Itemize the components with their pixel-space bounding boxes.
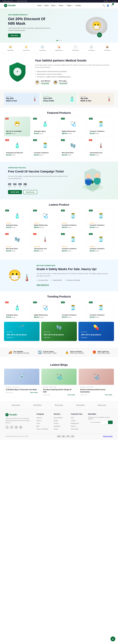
footer-link[interactable]: Terms & Conditions [36, 428, 48, 430]
social-linkedin[interactable]: in [112, 0, 113, 2]
footer-link[interactable]: Documentation [54, 417, 63, 418]
footer-link[interactable]: Themes [54, 423, 59, 424]
product-card[interactable]: Hot 😷 50% off in Covid Mask $29.00 $59.0… [4, 116, 30, 136]
footer-link[interactable]: Press [36, 423, 40, 424]
dot-3[interactable] [60, 40, 61, 41]
nav-about[interactable]: About [44, 4, 48, 6]
view-products-button[interactable]: VIEW PRODUCTS [36, 284, 49, 286]
price-old: $75.00 [39, 250, 43, 252]
latest-product-card[interactable]: New 🫙 ★★★★☆ Cosmetic Containers $24.00 $… [60, 232, 86, 254]
footer-link[interactable]: Careers [36, 420, 41, 421]
nav-contact[interactable]: Contact [75, 4, 81, 6]
user-icon[interactable]: 👤 [107, 4, 109, 6]
latest-product-card[interactable]: New 🫙 ★★★★☆ Cosmetic Containers $24.00 $… [60, 208, 86, 230]
category-medicine-box[interactable]: 💊 Medicine Box [55, 45, 62, 51]
footer-link[interactable]: Shipping Info [71, 423, 79, 424]
footer-link[interactable]: Contact [71, 420, 76, 421]
hero-cta-button[interactable]: Shop Now [8, 34, 21, 37]
top-bar-phone[interactable]: +(546) 7891 2015 [16, 0, 27, 2]
contact-phone-1[interactable]: +56 686 9915 [41, 83, 50, 84]
dot-2[interactable] [58, 40, 60, 41]
promo-card-2[interactable]: Best Deals Save 20%Every Order 🧴 [41, 93, 77, 105]
about-section: + Your faithful partners Medical Goods L… [0, 53, 118, 90]
category-all-products[interactable]: 📦 All Products [104, 45, 111, 51]
about-title: Your faithful partners Medical Goods [35, 59, 113, 62]
product-image: 🫙 [90, 210, 112, 221]
detail-doctor-button[interactable]: Detail Doctor [23, 190, 37, 194]
footer-link[interactable]: Pricing [54, 428, 58, 430]
footer-link[interactable]: Design [54, 420, 58, 421]
trending-promo-card-2[interactable]: 🧤 Best Deals 50% off in all products Sho… [41, 322, 77, 341]
blog-card-2[interactable]: 🩺 By Admin July 22, 2021 The Most Inspir… [41, 368, 77, 397]
logo[interactable]: V Vicadin [4, 4, 16, 7]
cart-icon[interactable]: 🛒1 [111, 4, 114, 6]
trending-product-card[interactable]: New 🫙 Cosmetic Containers $24.00 $39.00 [88, 300, 114, 320]
product-card[interactable]: New 🫙 Cosmetic Containers $24.00 $39.00 [32, 138, 58, 158]
promo-card-3[interactable]: Best Deals Big SaleMask & Gun 🌡️ [78, 93, 114, 105]
shield-graphic: + [5, 60, 29, 84]
privacy-policy-link[interactable]: Privacy & Policy [103, 436, 113, 437]
product-price: $89.00 $119.00 [62, 132, 84, 134]
product-badge: New [33, 118, 37, 120]
latest-product-card[interactable]: Hot 🌡️ ★★★★★ Thermometer Gun $45.00 $75.… [32, 232, 58, 254]
read-more-2[interactable]: READ MORE [68, 394, 75, 396]
main-nav: Home About Shop ▾ News ▾ Pages ▾ Contact [37, 4, 81, 6]
nav-news[interactable]: News ▾ [59, 4, 64, 6]
latest-product-card[interactable]: Hot 🧤 ★★★★☆ Blue Hand Glove $12.00 $19.0… [4, 232, 30, 254]
blog-card-3[interactable]: 🩺 By Admin July 22, 2021 Recent Commence… [79, 368, 114, 397]
category-sunny-pack[interactable]: ☀️ Sunny Pack [23, 45, 29, 51]
check-icon: ✓ [36, 279, 38, 281]
top-bar-email[interactable]: info@vicadin.com [3, 0, 13, 2]
product-card[interactable]: New 🫙 Cosmetic Containers $24.00 $39.00 [88, 116, 114, 136]
language-selector[interactable]: English [104, 0, 108, 2]
product-card[interactable]: Sale 🧴 Antiseptic Dry Hand Gel $15.00 $2… [4, 138, 30, 158]
social-youtube[interactable]: yt [114, 0, 115, 2]
social-linkedin-icon[interactable]: in [14, 426, 18, 429]
book-now-button[interactable]: BOOK NOW [8, 190, 22, 194]
footer-link[interactable]: Illustrations [54, 426, 61, 427]
newsletter-submit-button[interactable]: → [108, 421, 113, 424]
product-card[interactable]: New 🩺 Digital Stethoscope $89.00 $119.00 [60, 116, 86, 136]
social-twitter-icon[interactable]: t [10, 426, 13, 429]
product-card[interactable]: New 🧤 Blue Hand Glove $12.00 $19.00 [60, 138, 86, 158]
trending-promo-card-3[interactable]: 💊 Best Deals 20% off in all products Sho… [78, 322, 114, 341]
shipping-title: Offer & gift form [97, 351, 110, 352]
latest-product-card[interactable]: New 🩺 ★★★★☆ Digital Stethoscope $89.00 $… [32, 208, 58, 230]
category-accessories[interactable]: 🩺 Accessories [39, 45, 46, 51]
blog-card-1[interactable]: 💉 By Admin July 22, 2021 10 Brilliant Wa… [4, 368, 39, 397]
footer-logo[interactable]: V Vicadin [5, 413, 33, 416]
latest-product-card[interactable]: New 🫙 ★★★★☆ Cosmetic Containers $24.00 $… [88, 208, 114, 230]
read-more-1[interactable]: READ MORE [30, 392, 38, 393]
nav-pages[interactable]: Pages ▾ [67, 4, 73, 6]
promo-card-1[interactable]: Best Deals Big SaleMask & Gun 🌡️ [4, 93, 40, 105]
latest-product-card[interactable]: New 🫙 ★★★★☆ Cosmetic Containers $24.00 $… [88, 232, 114, 254]
social-facebook-icon[interactable]: f [5, 426, 9, 429]
social-twitter[interactable]: t [111, 0, 111, 2]
price-old: $39.00 [67, 227, 71, 228]
social-youtube-icon[interactable]: yt [19, 426, 22, 429]
footer-link[interactable]: Returns [71, 426, 76, 427]
dot-1[interactable] [57, 40, 58, 41]
footer-link[interactable]: About Us [36, 417, 42, 418]
search-icon[interactable]: 🔍 [103, 4, 105, 6]
nav-shop[interactable]: Shop ▾ [51, 4, 56, 6]
category-best-deals-2[interactable]: 🛒 Best Deals [89, 45, 94, 51]
category-best-deals[interactable]: 🎫 Best Deals [7, 45, 13, 51]
product-card[interactable]: Hot 🌡️ Thermometer Gun $45.00 $75.00 [88, 138, 114, 158]
footer-link[interactable]: Order Status [71, 428, 79, 430]
product-card[interactable]: New 🧴 Antiseptic Spray $19.00 $29.00 [32, 116, 58, 136]
trending-promo-card-1[interactable]: 🩺 Best Deals 50% off in all products Sho… [4, 322, 40, 341]
category-dental-store[interactable]: 🦷 Dental Store [72, 45, 79, 51]
nav-home[interactable]: Home [37, 4, 42, 6]
product-image: 🌡️ [34, 234, 56, 245]
contact-phone-2[interactable]: +56 686 9915 [59, 83, 68, 84]
social-facebook[interactable]: f [109, 0, 110, 2]
footer-link[interactable]: FAQ [71, 417, 74, 418]
read-more-3[interactable]: READ MORE [105, 394, 112, 396]
newsletter-input[interactable] [88, 421, 108, 424]
latest-product-card[interactable]: New 🧴 ★★★★☆ Antiseptic Spray $19.00 $29.… [4, 208, 30, 230]
trending-product-card[interactable]: Hot 🧴 Antiseptic Spray $19.00 $29.00 [4, 300, 30, 320]
footer-link[interactable]: Blog [36, 426, 39, 427]
trending-product-card[interactable]: New 🫙 Cosmetic Containers $24.00 $39.00 [60, 300, 86, 320]
trending-product-card[interactable]: New 🩺 Digital Stethoscope $89.00 $119.00 [32, 300, 58, 320]
